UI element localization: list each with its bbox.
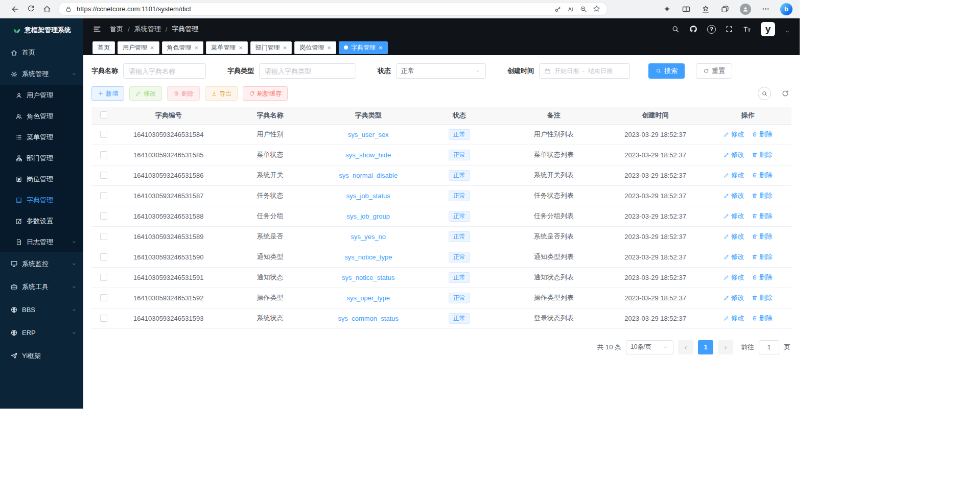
sidebar-item-system[interactable]: 系统管理 <box>0 63 83 85</box>
tab-close-icon[interactable]: × <box>195 44 199 51</box>
edit-button[interactable]: 修改 <box>129 86 162 101</box>
breadcrumb-home[interactable]: 首页 <box>110 25 123 34</box>
tab-close-icon[interactable]: × <box>379 44 383 51</box>
refresh-table-icon[interactable] <box>781 89 789 98</box>
row-delete-button[interactable]: 删除 <box>752 314 773 323</box>
toggle-search-icon[interactable] <box>758 87 771 100</box>
search-button[interactable]: 搜索 <box>648 63 685 79</box>
status-select[interactable]: 正常 <box>396 63 486 79</box>
row-edit-button[interactable]: 修改 <box>724 273 744 282</box>
row-edit-button[interactable]: 修改 <box>724 232 744 241</box>
favorites-bar-icon[interactable] <box>701 5 710 14</box>
row-delete-button[interactable]: 删除 <box>752 252 773 262</box>
sidebar-item-post[interactable]: 岗位管理 <box>0 169 83 189</box>
font-size-icon[interactable] <box>742 25 752 34</box>
row-checkbox[interactable] <box>100 294 107 301</box>
browser-menu-icon[interactable] <box>761 5 770 13</box>
tab-role[interactable]: 角色管理× <box>162 41 204 54</box>
row-edit-button[interactable]: 修改 <box>724 130 744 139</box>
row-checkbox[interactable] <box>100 274 107 281</box>
select-all-checkbox[interactable] <box>100 111 107 118</box>
dict-type-link[interactable]: sys_notice_type <box>344 253 392 261</box>
dict-type-link[interactable]: sys_common_status <box>338 315 399 322</box>
export-button[interactable]: 导出 <box>205 86 238 101</box>
dict-type-link[interactable]: sys_user_sex <box>348 131 388 138</box>
row-edit-button[interactable]: 修改 <box>724 293 744 302</box>
sidebar-item-tools[interactable]: 系统工具 <box>0 275 83 298</box>
prev-page-button[interactable]: ‹ <box>678 340 693 354</box>
dict-type-link[interactable]: sys_yes_no <box>351 233 386 241</box>
collections-icon[interactable] <box>720 5 730 14</box>
delete-button[interactable]: 删除 <box>167 86 200 101</box>
sidebar-item-bbs[interactable]: BBS <box>0 298 83 321</box>
site-info-lock-icon[interactable] <box>65 6 72 13</box>
sidebar-item-log[interactable]: 日志管理 <box>0 231 83 252</box>
row-delete-button[interactable]: 删除 <box>752 232 773 241</box>
browser-back-button[interactable] <box>6 2 22 17</box>
row-edit-button[interactable]: 修改 <box>724 252 744 262</box>
add-button[interactable]: 新增 <box>91 86 124 101</box>
sidebar-item-dept[interactable]: 部门管理 <box>0 148 83 169</box>
row-delete-button[interactable]: 删除 <box>752 171 773 180</box>
dict-name-input[interactable] <box>123 63 206 79</box>
row-checkbox[interactable] <box>100 315 107 322</box>
sidebar-item-dict[interactable]: 字典管理 <box>0 189 83 210</box>
help-icon[interactable]: ? <box>707 25 716 34</box>
row-checkbox[interactable] <box>100 172 107 179</box>
dict-type-link[interactable]: sys_notice_status <box>342 274 394 281</box>
sidebar-item-menu[interactable]: 菜单管理 <box>0 127 83 148</box>
row-delete-button[interactable]: 删除 <box>752 150 773 159</box>
dict-type-link[interactable]: sys_show_hide <box>345 151 391 159</box>
extensions-icon[interactable] <box>663 5 671 13</box>
sidebar-item-user[interactable]: 用户管理 <box>0 85 83 106</box>
tab-close-icon[interactable]: × <box>327 44 331 51</box>
read-aloud-icon[interactable] <box>567 5 575 13</box>
sidebar-item-role[interactable]: 角色管理 <box>0 106 83 127</box>
tab-menu[interactable]: 菜单管理× <box>206 41 248 54</box>
next-page-button[interactable]: › <box>718 340 733 354</box>
refresh-cache-button[interactable]: 刷新缓存 <box>243 86 288 101</box>
address-bar[interactable]: https://ccnetcore.com:1101/system/dict <box>58 2 608 16</box>
dict-type-link[interactable]: sys_oper_type <box>346 294 390 302</box>
row-delete-button[interactable]: 删除 <box>752 293 773 302</box>
search-icon[interactable] <box>671 25 680 33</box>
goto-page-input[interactable] <box>759 340 779 354</box>
tab-close-icon[interactable]: × <box>239 44 243 51</box>
row-checkbox[interactable] <box>100 151 107 158</box>
zoom-out-icon[interactable] <box>579 5 588 13</box>
password-key-icon[interactable] <box>554 5 562 13</box>
row-edit-button[interactable]: 修改 <box>724 171 744 180</box>
tab-home[interactable]: 首页 <box>92 41 115 54</box>
tab-dict[interactable]: 字典管理× <box>339 41 388 54</box>
sidebar-item-yi[interactable]: Yi框架 <box>0 344 83 367</box>
tab-close-icon[interactable]: × <box>283 44 287 51</box>
tab-close-icon[interactable]: × <box>150 44 154 51</box>
dict-type-link[interactable]: sys_normal_disable <box>339 172 398 179</box>
row-checkbox[interactable] <box>100 212 107 220</box>
sidebar-item-home[interactable]: 首页 <box>0 42 83 63</box>
tab-dept[interactable]: 部门管理× <box>250 41 292 54</box>
avatar-caret-icon[interactable] <box>784 29 790 35</box>
row-edit-button[interactable]: 修改 <box>724 150 744 159</box>
row-checkbox[interactable] <box>100 192 107 199</box>
browser-profile-avatar[interactable] <box>740 4 751 15</box>
sidebar-item-erp[interactable]: ERP <box>0 321 83 344</box>
browser-home-button[interactable] <box>39 2 55 17</box>
sidebar-item-param[interactable]: 参数设置 <box>0 210 83 231</box>
current-page-button[interactable]: 1 <box>698 340 713 354</box>
row-delete-button[interactable]: 删除 <box>752 211 773 221</box>
sidebar-item-monitor[interactable]: 系统监控 <box>0 252 83 275</box>
split-screen-icon[interactable] <box>682 5 691 14</box>
dict-type-link[interactable]: sys_job_group <box>346 212 390 220</box>
row-checkbox[interactable] <box>100 131 107 138</box>
date-range-picker[interactable]: 开始日期 - 结束日期 <box>539 63 630 79</box>
row-delete-button[interactable]: 删除 <box>752 191 773 200</box>
dict-type-link[interactable]: sys_job_status <box>346 192 390 200</box>
row-delete-button[interactable]: 删除 <box>752 130 773 139</box>
user-avatar[interactable]: y <box>761 22 775 36</box>
breadcrumb-system[interactable]: 系统管理 <box>134 25 161 34</box>
copilot-icon[interactable]: b <box>780 3 792 15</box>
row-edit-button[interactable]: 修改 <box>724 191 744 200</box>
github-icon[interactable] <box>689 25 698 34</box>
row-delete-button[interactable]: 删除 <box>752 273 773 282</box>
